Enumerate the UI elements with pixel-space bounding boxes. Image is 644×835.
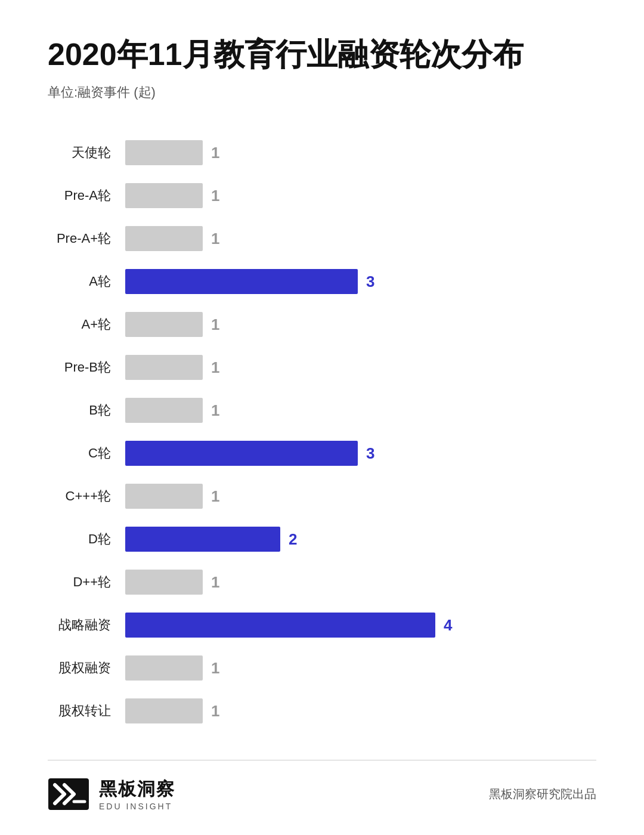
bar-fill — [125, 312, 203, 337]
bar-value: 3 — [366, 444, 374, 463]
bar-row: D++轮1 — [48, 561, 596, 604]
bar-value: 1 — [211, 144, 219, 162]
bar-label: Pre-A轮 — [48, 187, 125, 205]
bar-track: 1 — [125, 140, 596, 165]
logo-chinese: 黑板洞察 — [99, 777, 175, 802]
bar-track: 1 — [125, 312, 596, 337]
bar-value: 1 — [211, 316, 219, 334]
bar-row: 股权转让1 — [48, 689, 596, 732]
bar-label: D轮 — [48, 530, 125, 548]
bar-value: 1 — [211, 702, 219, 720]
bar-value: 1 — [211, 487, 219, 506]
bar-label: C+++轮 — [48, 487, 125, 505]
bar-fill — [125, 183, 203, 208]
bar-track: 1 — [125, 183, 596, 208]
brand-logo-icon — [48, 778, 89, 811]
bar-row: 天使轮1 — [48, 131, 596, 174]
bar-fill — [125, 698, 203, 723]
footer-tagline: 黑板洞察研究院出品 — [489, 786, 596, 802]
bar-value: 1 — [211, 573, 219, 592]
bar-track: 3 — [125, 269, 596, 294]
bar-fill — [125, 398, 203, 423]
bar-chart: 天使轮1Pre-A轮1Pre-A+轮1A轮3A+轮1Pre-B轮1B轮1C轮3C… — [48, 131, 596, 742]
bar-row: Pre-A+轮1 — [48, 217, 596, 260]
bar-track: 2 — [125, 527, 596, 552]
bar-track: 3 — [125, 441, 596, 466]
bar-track: 1 — [125, 484, 596, 509]
footer: 黑板洞察 EDU INSIGHT 黑板洞察研究院出品 — [48, 760, 596, 811]
bar-row: C轮3 — [48, 432, 596, 475]
subtitle: 单位:融资事件 (起) — [48, 84, 596, 101]
bar-label: B轮 — [48, 401, 125, 419]
bar-label: D++轮 — [48, 573, 125, 591]
svg-rect-0 — [48, 778, 89, 810]
bar-label: Pre-B轮 — [48, 358, 125, 376]
bar-label: A+轮 — [48, 316, 125, 333]
bar-row: C+++轮1 — [48, 475, 596, 518]
bar-row: Pre-A轮1 — [48, 174, 596, 217]
bar-track: 1 — [125, 226, 596, 251]
bar-label: 股权融资 — [48, 659, 125, 677]
bar-fill — [125, 570, 203, 595]
bar-fill — [125, 613, 435, 638]
bar-value: 1 — [211, 401, 219, 420]
bar-row: A+轮1 — [48, 303, 596, 346]
bar-label: 股权转让 — [48, 702, 125, 720]
logo-text: 黑板洞察 EDU INSIGHT — [99, 777, 175, 811]
bar-fill — [125, 527, 280, 552]
bar-track: 1 — [125, 355, 596, 380]
bar-track: 4 — [125, 613, 596, 638]
bar-label: Pre-A+轮 — [48, 230, 125, 248]
bar-row: D轮2 — [48, 518, 596, 561]
bar-track: 1 — [125, 398, 596, 423]
logo-english: EDU INSIGHT — [99, 802, 175, 811]
bar-row: 战略融资4 — [48, 604, 596, 647]
bar-row: Pre-B轮1 — [48, 346, 596, 389]
bar-row: A轮3 — [48, 260, 596, 303]
bar-value: 3 — [366, 273, 374, 291]
bar-fill — [125, 355, 203, 380]
bar-fill — [125, 226, 203, 251]
bar-fill — [125, 269, 358, 294]
bar-row: 股权融资1 — [48, 647, 596, 689]
bar-row: B轮1 — [48, 389, 596, 432]
page-title: 2020年11月教育行业融资轮次分布 — [48, 36, 596, 73]
bar-label: A轮 — [48, 273, 125, 290]
bar-value: 1 — [211, 659, 219, 678]
bar-value: 1 — [211, 358, 219, 377]
logo-area: 黑板洞察 EDU INSIGHT — [48, 777, 175, 811]
bar-track: 1 — [125, 655, 596, 681]
bar-value: 4 — [444, 616, 452, 635]
bar-label: 战略融资 — [48, 616, 125, 634]
bar-value: 1 — [211, 187, 219, 205]
bar-fill — [125, 484, 203, 509]
bar-track: 1 — [125, 570, 596, 595]
bar-fill — [125, 655, 203, 681]
bar-label: 天使轮 — [48, 144, 125, 162]
bar-label: C轮 — [48, 444, 125, 462]
bar-value: 2 — [289, 530, 297, 549]
bar-fill — [125, 441, 358, 466]
bar-value: 1 — [211, 230, 219, 248]
bar-fill — [125, 140, 203, 165]
bar-track: 1 — [125, 698, 596, 723]
